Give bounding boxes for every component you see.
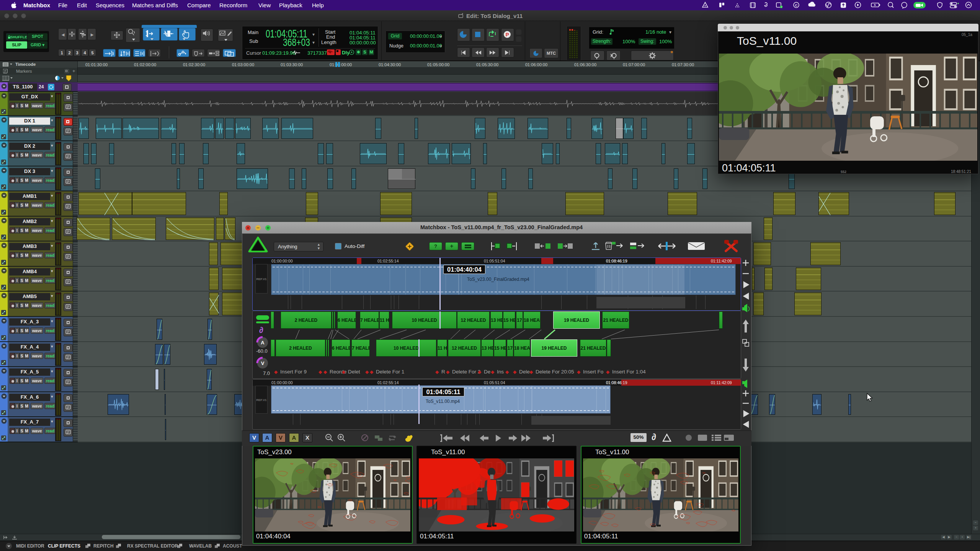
svg-text:C: C: [795, 3, 798, 7]
svg-text:V: V: [261, 360, 265, 366]
svg-text:A: A: [261, 340, 265, 346]
